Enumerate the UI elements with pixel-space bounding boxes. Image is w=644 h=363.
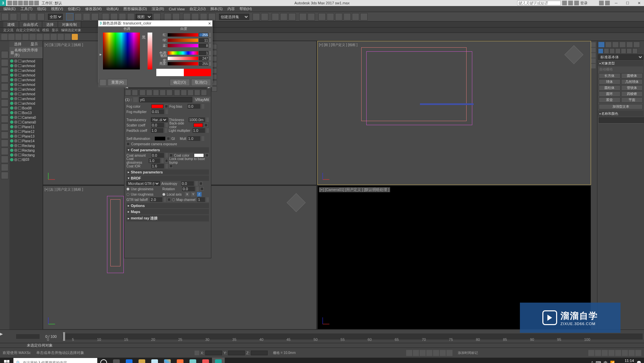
- use-rough-radio[interactable]: [126, 193, 129, 196]
- anim-icon[interactable]: [1, 148, 8, 155]
- hierarchy-icon[interactable]: [1, 67, 8, 74]
- visibility-icon[interactable]: [10, 149, 13, 152]
- list-item[interactable]: 组03: [9, 157, 43, 162]
- eyedropper-icon[interactable]: [133, 97, 138, 102]
- list-item[interactable]: Plane14: [9, 139, 43, 143]
- viewcube[interactable]: [287, 193, 306, 212]
- backside-swatch[interactable]: [194, 123, 203, 127]
- list-item[interactable]: Plane12: [9, 129, 43, 134]
- more-icon[interactable]: [1, 172, 8, 179]
- fwdbck-spinner[interactable]: 1.0: [151, 128, 163, 133]
- notepad-icon[interactable]: [186, 358, 199, 363]
- freeze-icon[interactable]: [14, 130, 17, 133]
- mapchan-spinner[interactable]: 1: [197, 197, 205, 202]
- rotation-map-chk[interactable]: [200, 187, 204, 191]
- tab-utilities[interactable]: [633, 42, 640, 48]
- primitive-button[interactable]: 长方体: [599, 73, 621, 79]
- show-end-icon[interactable]: [187, 90, 194, 96]
- prev-frame-icon[interactable]: [413, 350, 419, 356]
- freeze-icon[interactable]: [14, 111, 17, 114]
- star-icon[interactable]: [568, 1, 573, 5]
- play-icon[interactable]: [420, 350, 426, 356]
- path-icon[interactable]: [15, 34, 21, 40]
- x-input[interactable]: [205, 351, 222, 355]
- cat-spacewarps[interactable]: [627, 48, 632, 54]
- v-slider[interactable]: [168, 62, 198, 65]
- render-icon[interactable]: [1, 140, 8, 147]
- taskbar-search[interactable]: 🔍 在这里输入你要搜索的内容: [13, 358, 97, 363]
- menu-graph[interactable]: 图形编辑器(D): [121, 6, 149, 11]
- close-button[interactable]: ✕: [634, 0, 644, 6]
- fog-mult-spinner[interactable]: 0.01: [151, 109, 164, 114]
- primitive-button[interactable]: 管状体: [621, 85, 643, 91]
- region-zoom-icon[interactable]: [622, 350, 628, 356]
- list-item[interactable]: archmod: [9, 68, 43, 73]
- material-name-input[interactable]: [139, 97, 193, 102]
- manipulate-button[interactable]: [164, 13, 171, 20]
- translucency-type[interactable]: Har..del: [151, 117, 168, 122]
- viewport-left-label[interactable]: [+] [左 ] [用户定义 ] [线框 ]: [45, 187, 83, 192]
- coat-color-map-chk[interactable]: [205, 154, 209, 157]
- undo-button[interactable]: [1, 13, 9, 20]
- crowd-icon[interactable]: [37, 34, 43, 40]
- layer-manager-button[interactable]: [272, 13, 279, 20]
- rotate-button[interactable]: [110, 13, 118, 20]
- a360-render-button[interactable]: [360, 13, 368, 20]
- visibility-icon[interactable]: [10, 130, 13, 133]
- cancel-button[interactable]: 取消(C): [191, 79, 211, 86]
- tab-display[interactable]: [626, 42, 633, 48]
- list-item[interactable]: archmod: [9, 96, 43, 101]
- freeze-icon[interactable]: [14, 144, 17, 147]
- pan-icon[interactable]: [588, 350, 594, 356]
- edge-icon[interactable]: [123, 358, 136, 363]
- h-input[interactable]: [199, 51, 208, 55]
- modify-icon[interactable]: [1, 83, 8, 91]
- axis-x-btn[interactable]: X: [185, 192, 190, 197]
- primitive-button[interactable]: 茶壶: [599, 97, 621, 103]
- menu-animation[interactable]: 动画(A): [104, 6, 121, 11]
- ribbon-tab-paint[interactable]: 对象绘制: [58, 21, 81, 27]
- set-icon[interactable]: [1, 123, 8, 131]
- time-config-icon[interactable]: [446, 350, 452, 356]
- fog-bias-spinner[interactable]: 0.0: [187, 104, 200, 109]
- coat-ior-spinner[interactable]: 1.6: [151, 164, 164, 168]
- make-unique-icon[interactable]: [160, 90, 166, 96]
- percent-snap-button[interactable]: [200, 13, 207, 20]
- b-slider[interactable]: [168, 44, 198, 47]
- freeze-icon[interactable]: [14, 97, 17, 100]
- new-color-swatch[interactable]: [184, 69, 211, 76]
- help2-icon[interactable]: [1, 164, 8, 171]
- reset-mat-icon[interactable]: [146, 90, 152, 96]
- spinner-snap-button[interactable]: [208, 13, 216, 20]
- rect-select-button[interactable]: [83, 13, 90, 20]
- visibility-icon[interactable]: [10, 83, 13, 86]
- taskview-icon[interactable]: [110, 358, 123, 363]
- gtr-map-chk[interactable]: [167, 198, 171, 201]
- visibility-icon[interactable]: [10, 102, 13, 105]
- qat-save-icon[interactable]: [18, 1, 23, 5]
- list-item[interactable]: Rectang: [9, 153, 43, 157]
- vp-layout-icon[interactable]: [591, 53, 596, 58]
- options-rollout-hdr[interactable]: Options: [126, 203, 209, 208]
- textplus-btn[interactable]: 加强型文本: [599, 104, 643, 109]
- show-map-icon[interactable]: [181, 90, 187, 96]
- visibility-icon[interactable]: [10, 64, 13, 67]
- qat-redo-icon[interactable]: [29, 1, 34, 5]
- freeze-icon[interactable]: [14, 88, 17, 91]
- freeze-icon[interactable]: [14, 69, 17, 72]
- sheen-rollout-hdr[interactable]: Sheen parameters: [126, 169, 209, 175]
- y-input[interactable]: [228, 351, 245, 355]
- put-library-icon[interactable]: [166, 90, 172, 96]
- menu-modifiers[interactable]: 修改器(M): [83, 6, 104, 11]
- curve-editor-button[interactable]: [288, 13, 296, 20]
- freeze-icon[interactable]: [14, 102, 17, 105]
- ribbon-toggle-button[interactable]: [280, 13, 287, 20]
- timeline-expand-btn[interactable]: ▶: [0, 332, 9, 341]
- visibility-icon[interactable]: [10, 59, 13, 63]
- scale-button[interactable]: [119, 13, 126, 20]
- freeze-icon[interactable]: [14, 59, 17, 63]
- util-icon[interactable]: [1, 99, 8, 107]
- info-center-icon[interactable]: [562, 1, 567, 5]
- tab-motion[interactable]: [619, 42, 626, 48]
- go-sibling-icon[interactable]: [201, 90, 207, 96]
